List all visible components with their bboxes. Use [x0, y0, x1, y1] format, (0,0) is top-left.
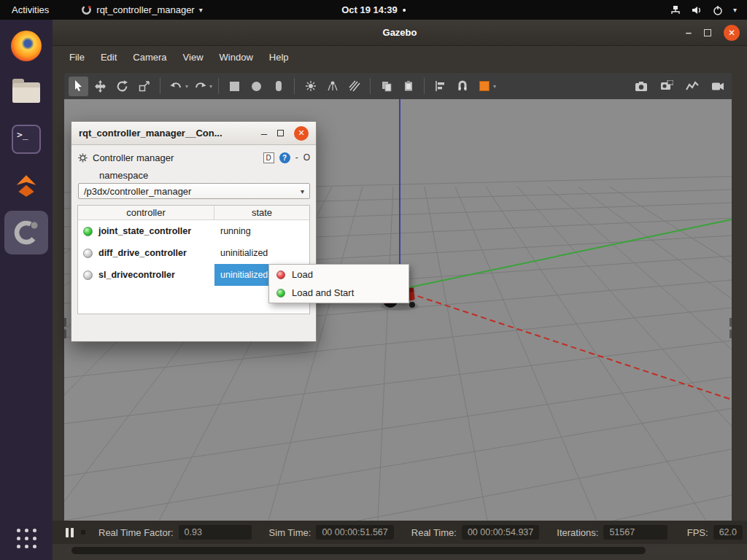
video-record-button[interactable] — [708, 77, 727, 96]
translate-tool-button[interactable] — [90, 77, 110, 96]
menu-window[interactable]: Window — [212, 48, 261, 66]
snap-button[interactable] — [452, 77, 472, 96]
dock-badge[interactable]: D — [263, 152, 274, 163]
menu-item-label: Load and Start — [292, 287, 354, 298]
rqt-window-title: rqt_controller_manager__Con... — [79, 128, 222, 139]
scrollbar-handle[interactable] — [71, 547, 646, 554]
point-light-button[interactable] — [301, 77, 320, 96]
iterations-label: Iterations: — [557, 527, 598, 538]
undo-history-dropdown[interactable]: ▾ — [185, 83, 188, 90]
scale-tool-button[interactable] — [134, 77, 154, 96]
fps-value: 62.0 — [713, 525, 743, 540]
screenshot-button[interactable] — [631, 77, 651, 96]
cursor-icon — [73, 80, 84, 92]
namespace-label: namespace — [99, 170, 310, 181]
toolbar-separator — [424, 78, 425, 94]
controller-name: diff_drive_controller — [98, 248, 187, 258]
maximize-button[interactable] — [704, 29, 711, 36]
insert-cylinder-button[interactable] — [268, 77, 288, 96]
plugin-float-button[interactable]: O — [303, 152, 310, 163]
insert-box-button[interactable] — [225, 77, 244, 96]
menu-edit[interactable]: Edit — [93, 48, 125, 66]
fps-label: FPS: — [687, 527, 708, 538]
activities-button[interactable]: Activities — [0, 0, 61, 20]
firefox-icon — [11, 31, 42, 61]
dock-item-terminal[interactable]: >_ — [4, 117, 48, 161]
select-tool-button[interactable] — [69, 77, 88, 96]
state-cell[interactable]: running — [214, 220, 309, 242]
rqt-titlebar[interactable]: rqt_controller_manager__Con... – ✕ — [71, 122, 316, 145]
dock-item-firefox[interactable] — [4, 24, 48, 68]
copy-button[interactable] — [376, 77, 396, 96]
gazebo-titlebar[interactable]: Gazebo – ✕ — [53, 20, 747, 46]
gear-icon — [77, 152, 88, 163]
rtf-label: Real Time Factor: — [98, 527, 174, 538]
minimize-button[interactable]: – — [686, 29, 692, 36]
data-logger-button[interactable] — [657, 77, 676, 96]
chevron-down-icon: ▾ — [733, 6, 737, 14]
show-applications-button[interactable] — [17, 529, 36, 548]
close-button[interactable]: ✕ — [724, 25, 740, 41]
rotate-tool-button[interactable] — [112, 77, 132, 96]
dock-item-rqt[interactable] — [4, 211, 48, 254]
log-recorder-icon — [660, 80, 673, 92]
edit-view-dropdown[interactable]: ▾ — [493, 83, 496, 90]
network-icon — [670, 4, 681, 16]
pause-button[interactable] — [66, 528, 74, 537]
focused-app-name: rqt_controller_manager — [96, 4, 194, 15]
close-button[interactable]: ✕ — [294, 126, 309, 141]
insert-sphere-button[interactable] — [247, 77, 266, 96]
clock[interactable]: Oct 19 14:39 — [341, 4, 406, 15]
context-menu-item-load-and-start[interactable]: Load and Start — [269, 284, 409, 302]
context-menu-item-load[interactable]: Load — [269, 265, 409, 284]
controller-column-header[interactable]: controller — [78, 206, 214, 219]
redo-button[interactable] — [190, 77, 210, 96]
maximize-button[interactable] — [277, 130, 284, 136]
chevron-down-icon: ▾ — [199, 6, 203, 14]
load-led-red-icon — [276, 271, 285, 279]
top-bar: Activities rqt_controller_manager ▾ Oct … — [0, 0, 747, 20]
table-row[interactable]: diff_drive_controller uninitialized — [78, 242, 309, 264]
redo-history-dropdown[interactable]: ▾ — [209, 83, 212, 90]
spot-light-icon — [327, 80, 338, 92]
step-button[interactable] — [81, 530, 85, 534]
toolbar-separator — [218, 78, 219, 94]
x-axis-dashed-line — [400, 290, 732, 400]
spot-light-button[interactable] — [322, 77, 342, 96]
y-axis-line — [396, 219, 732, 290]
camera-icon — [635, 81, 648, 92]
menu-camera[interactable]: Camera — [125, 48, 174, 66]
state-column-header[interactable]: state — [214, 206, 309, 219]
namespace-combobox[interactable]: /p3dx/controller_manager ▾ — [78, 183, 310, 199]
focused-app-menu[interactable]: rqt_controller_manager ▾ — [81, 4, 202, 15]
align-button[interactable] — [430, 77, 450, 96]
state-cell[interactable]: uninitialized — [214, 242, 309, 264]
menu-file[interactable]: File — [61, 48, 93, 66]
edit-view-button[interactable] — [474, 77, 494, 96]
help-button[interactable]: ? — [279, 152, 290, 163]
system-tray[interactable]: ▾ — [670, 4, 747, 16]
menu-view[interactable]: View — [175, 48, 212, 66]
undo-icon — [170, 81, 182, 92]
box-icon — [230, 82, 239, 91]
plugin-minimize-button[interactable]: - — [295, 152, 298, 163]
directional-light-button[interactable] — [344, 77, 364, 96]
dock-item-ros[interactable] — [4, 164, 48, 208]
plot-button[interactable] — [682, 77, 702, 96]
scale-icon — [139, 80, 150, 92]
paste-icon — [403, 80, 414, 92]
menu-help[interactable]: Help — [261, 48, 297, 66]
ros-icon — [12, 171, 41, 201]
paste-button[interactable] — [398, 77, 418, 96]
horizontal-scrollbar[interactable] — [64, 547, 732, 554]
undo-button[interactable] — [166, 77, 186, 96]
load-start-led-green-icon — [276, 289, 285, 298]
table-row[interactable]: joint_state_controller running — [78, 220, 309, 242]
toolbar-separator — [370, 78, 371, 94]
dock-item-files[interactable] — [4, 71, 48, 114]
sim-time-value: 00 00:00:51.567 — [316, 525, 393, 540]
gazebo-statusbar: Real Time Factor: 0.93 Sim Time: 00 00:0… — [53, 521, 747, 544]
gazebo-window-title: Gazebo — [383, 27, 417, 38]
minimize-button[interactable]: – — [261, 131, 267, 136]
terminal-icon: >_ — [12, 125, 41, 154]
